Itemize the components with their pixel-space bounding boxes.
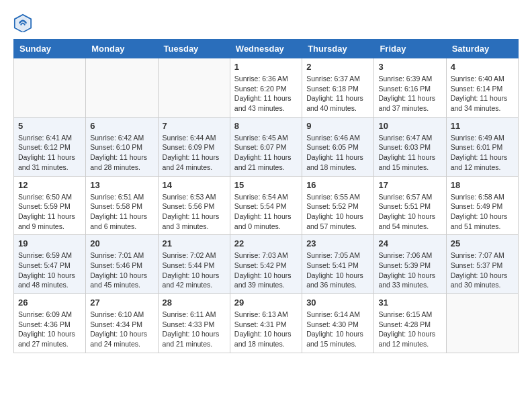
day-info: Sunrise: 6:11 AMSunset: 4:33 PMDaylight:… [163, 310, 226, 349]
day-info: Sunrise: 7:02 AMSunset: 5:44 PMDaylight:… [163, 250, 226, 290]
day-number: 25 [451, 238, 514, 248]
calendar-cell [14, 58, 86, 118]
calendar-cell: 8Sunrise: 6:45 AMSunset: 6:07 PMDaylight… [230, 117, 302, 176]
day-number: 17 [378, 180, 441, 190]
calendar-cell: 4Sunrise: 6:40 AMSunset: 6:14 PMDaylight… [446, 58, 518, 118]
calendar-cell: 7Sunrise: 6:44 AMSunset: 6:09 PMDaylight… [158, 117, 230, 176]
day-info: Sunrise: 6:36 AMSunset: 6:20 PMDaylight:… [234, 74, 298, 113]
calendar-cell: 2Sunrise: 6:37 AMSunset: 6:18 PMDaylight… [302, 58, 374, 118]
day-number: 20 [90, 238, 153, 248]
day-number: 27 [90, 298, 153, 308]
day-info: Sunrise: 6:45 AMSunset: 6:07 PMDaylight:… [234, 133, 298, 173]
calendar-cell: 17Sunrise: 6:57 AMSunset: 5:51 PMDayligh… [374, 176, 446, 235]
day-info: Sunrise: 6:53 AMSunset: 5:56 PMDaylight:… [163, 192, 226, 232]
calendar-cell: 27Sunrise: 6:10 AMSunset: 4:34 PMDayligh… [86, 294, 158, 353]
calendar-cell: 9Sunrise: 6:46 AMSunset: 6:05 PMDaylight… [302, 117, 374, 176]
day-info: Sunrise: 6:39 AMSunset: 6:16 PMDaylight:… [378, 74, 441, 113]
calendar-cell: 25Sunrise: 7:07 AMSunset: 5:37 PMDayligh… [446, 235, 518, 294]
day-header-saturday: Saturday [446, 40, 518, 58]
day-info: Sunrise: 6:46 AMSunset: 6:05 PMDaylight:… [306, 133, 369, 173]
day-info: Sunrise: 6:14 AMSunset: 4:30 PMDaylight:… [306, 310, 369, 349]
day-number: 7 [163, 121, 226, 131]
day-number: 10 [378, 121, 441, 131]
calendar-cell: 23Sunrise: 7:05 AMSunset: 5:41 PMDayligh… [302, 235, 374, 294]
day-header-friday: Friday [374, 40, 446, 58]
calendar-cell: 12Sunrise: 6:50 AMSunset: 5:59 PMDayligh… [14, 176, 86, 235]
day-info: Sunrise: 6:09 AMSunset: 4:36 PMDaylight:… [18, 310, 81, 349]
calendar-week-row: 12Sunrise: 6:50 AMSunset: 5:59 PMDayligh… [14, 176, 519, 235]
day-info: Sunrise: 6:44 AMSunset: 6:09 PMDaylight:… [163, 133, 226, 173]
day-number: 12 [18, 180, 81, 190]
day-number: 28 [163, 298, 226, 308]
day-number: 31 [378, 298, 441, 308]
calendar-table: SundayMondayTuesdayWednesdayThursdayFrid… [13, 39, 519, 353]
day-number: 22 [234, 238, 298, 248]
calendar-cell [446, 294, 518, 353]
day-header-wednesday: Wednesday [230, 40, 302, 58]
calendar-cell: 21Sunrise: 7:02 AMSunset: 5:44 PMDayligh… [158, 235, 230, 294]
day-header-sunday: Sunday [14, 40, 86, 58]
calendar-cell: 6Sunrise: 6:42 AMSunset: 6:10 PMDaylight… [86, 117, 158, 176]
day-info: Sunrise: 6:58 AMSunset: 5:49 PMDaylight:… [451, 192, 514, 232]
day-info: Sunrise: 6:37 AMSunset: 6:18 PMDaylight:… [306, 74, 369, 113]
calendar-cell: 20Sunrise: 7:01 AMSunset: 5:46 PMDayligh… [86, 235, 158, 294]
calendar-cell: 3Sunrise: 6:39 AMSunset: 6:16 PMDaylight… [374, 58, 446, 118]
calendar-cell: 14Sunrise: 6:53 AMSunset: 5:56 PMDayligh… [158, 176, 230, 235]
calendar-cell: 5Sunrise: 6:41 AMSunset: 6:12 PMDaylight… [14, 117, 86, 176]
day-number: 21 [163, 238, 226, 248]
day-info: Sunrise: 7:03 AMSunset: 5:42 PMDaylight:… [234, 250, 298, 290]
calendar-week-row: 5Sunrise: 6:41 AMSunset: 6:12 PMDaylight… [14, 117, 519, 176]
calendar-cell: 26Sunrise: 6:09 AMSunset: 4:36 PMDayligh… [14, 294, 86, 353]
day-info: Sunrise: 6:54 AMSunset: 5:54 PMDaylight:… [234, 192, 298, 232]
calendar-cell: 31Sunrise: 6:15 AMSunset: 4:28 PMDayligh… [374, 294, 446, 353]
day-info: Sunrise: 6:40 AMSunset: 6:14 PMDaylight:… [451, 74, 514, 113]
day-info: Sunrise: 6:15 AMSunset: 4:28 PMDaylight:… [378, 310, 441, 349]
day-info: Sunrise: 7:06 AMSunset: 5:39 PMDaylight:… [378, 250, 441, 290]
calendar-cell: 15Sunrise: 6:54 AMSunset: 5:54 PMDayligh… [230, 176, 302, 235]
calendar-cell: 22Sunrise: 7:03 AMSunset: 5:42 PMDayligh… [230, 235, 302, 294]
day-number: 18 [451, 180, 514, 190]
day-info: Sunrise: 6:59 AMSunset: 5:47 PMDaylight:… [18, 250, 81, 290]
calendar-cell: 13Sunrise: 6:51 AMSunset: 5:58 PMDayligh… [86, 176, 158, 235]
day-header-tuesday: Tuesday [158, 40, 230, 58]
page-header [13, 13, 519, 32]
day-number: 15 [234, 180, 298, 190]
day-number: 8 [234, 121, 298, 131]
day-info: Sunrise: 6:13 AMSunset: 4:31 PMDaylight:… [234, 310, 298, 349]
calendar-week-row: 1Sunrise: 6:36 AMSunset: 6:20 PMDaylight… [14, 58, 519, 118]
calendar-cell: 19Sunrise: 6:59 AMSunset: 5:47 PMDayligh… [14, 235, 86, 294]
calendar-cell [86, 58, 158, 118]
day-info: Sunrise: 6:57 AMSunset: 5:51 PMDaylight:… [378, 192, 441, 232]
calendar-cell: 18Sunrise: 6:58 AMSunset: 5:49 PMDayligh… [446, 176, 518, 235]
calendar-week-row: 26Sunrise: 6:09 AMSunset: 4:36 PMDayligh… [14, 294, 519, 353]
calendar-cell: 16Sunrise: 6:55 AMSunset: 5:52 PMDayligh… [302, 176, 374, 235]
calendar-cell: 11Sunrise: 6:49 AMSunset: 6:01 PMDayligh… [446, 117, 518, 176]
day-info: Sunrise: 6:47 AMSunset: 6:03 PMDaylight:… [378, 133, 441, 173]
day-number: 4 [451, 62, 514, 72]
day-header-thursday: Thursday [302, 40, 374, 58]
day-number: 29 [234, 298, 298, 308]
day-number: 19 [18, 238, 81, 248]
day-number: 3 [378, 62, 441, 72]
day-info: Sunrise: 6:42 AMSunset: 6:10 PMDaylight:… [90, 133, 153, 173]
day-number: 2 [306, 62, 369, 72]
day-info: Sunrise: 7:05 AMSunset: 5:41 PMDaylight:… [306, 250, 369, 290]
calendar-cell: 24Sunrise: 7:06 AMSunset: 5:39 PMDayligh… [374, 235, 446, 294]
calendar-week-row: 19Sunrise: 6:59 AMSunset: 5:47 PMDayligh… [14, 235, 519, 294]
day-info: Sunrise: 6:50 AMSunset: 5:59 PMDaylight:… [18, 192, 81, 232]
day-number: 26 [18, 298, 81, 308]
day-number: 13 [90, 180, 153, 190]
day-number: 9 [306, 121, 369, 131]
day-info: Sunrise: 7:01 AMSunset: 5:46 PMDaylight:… [90, 250, 153, 290]
day-number: 16 [306, 180, 369, 190]
day-number: 11 [451, 121, 514, 131]
day-number: 30 [306, 298, 369, 308]
calendar-cell [158, 58, 230, 118]
day-info: Sunrise: 6:10 AMSunset: 4:34 PMDaylight:… [90, 310, 153, 349]
day-info: Sunrise: 6:49 AMSunset: 6:01 PMDaylight:… [451, 133, 514, 173]
day-info: Sunrise: 7:07 AMSunset: 5:37 PMDaylight:… [451, 250, 514, 290]
day-number: 1 [234, 62, 298, 72]
logo-icon [13, 13, 32, 32]
day-number: 24 [378, 238, 441, 248]
day-number: 14 [163, 180, 226, 190]
